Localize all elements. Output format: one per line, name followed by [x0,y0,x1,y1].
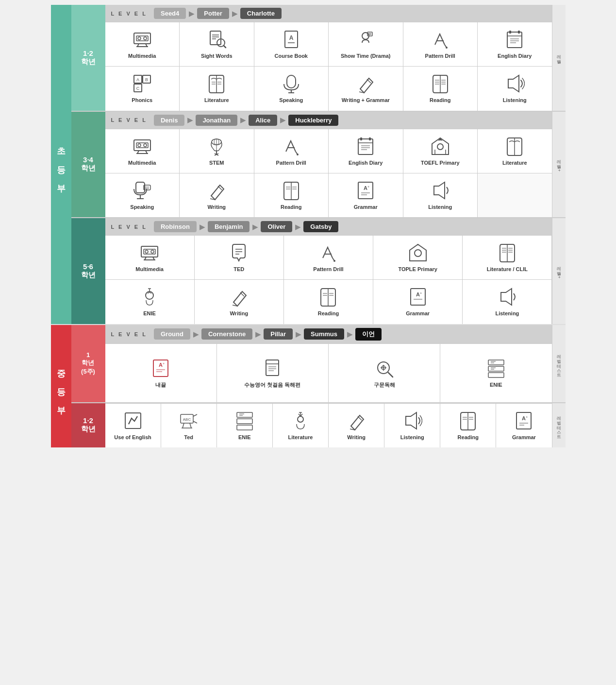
svg-marker-54 [508,75,519,92]
right-label-m1: 레벨테스트 [552,325,566,402]
level-text: L E V E L [111,11,147,17]
svg-text:+: + [420,291,422,295]
stem-cell[interactable]: STEM [180,129,254,173]
writing-34[interactable]: Writing [180,173,254,217]
svg-rect-10 [210,31,221,45]
svg-line-165 [193,421,197,423]
svg-text:A: A [289,34,293,41]
badge-oliver: Oliver [261,221,292,232]
reading-34[interactable]: Reading [254,173,329,217]
right-label-12: 레벨5 [552,5,566,111]
writinggrammar-cell[interactable]: Writing + Grammar [329,67,403,110]
multimedia-34[interactable]: Multimedia [105,129,180,173]
grade-12-row: 1·2학년 L E V E L Seed4 ▶ Potter ▶ Charlot… [71,5,566,112]
svg-point-5 [144,37,147,40]
topleprimary-cell[interactable]: TOPLE Primary [373,236,462,279]
svg-line-15 [224,46,226,48]
svg-text:ABC: ABC [183,417,191,422]
svg-point-117 [333,260,335,262]
listening-cell[interactable]: Listening [478,67,552,110]
naeggeul-cell[interactable]: A + 내끌 [105,344,216,402]
enie-m12[interactable]: ENIE [217,404,272,447]
englishdiary-cell[interactable]: English Diary [478,22,552,66]
listening-m12[interactable]: Listening [384,404,440,447]
grade-34-row: 3·4학년 L E V E L Denis ▶ Jonathan ▶ Alice… [71,112,566,219]
badge-cornerstone: Cornerstone [201,328,252,340]
grammar-56[interactable]: A+ Grammar [373,280,462,324]
elementary-section: 초 등 부 1·2학년 L E V E L Seed4 ▶ Potter ▶ C… [51,5,566,325]
svg-point-174 [298,416,303,422]
patterndrill-34[interactable]: Pattern Drill [254,129,329,173]
grammar-34[interactable]: A + Grammar [329,173,403,217]
reading-cell[interactable]: Reading [403,67,478,110]
ted-cell[interactable]: TED [195,236,283,279]
svg-point-118 [415,250,421,257]
coursebook-cell[interactable]: A Course Book [254,22,329,66]
badge-jonathan: Jonathan [196,115,237,126]
svg-point-104 [151,250,154,253]
writing-m12[interactable]: Writing [329,404,384,447]
badge-denis: Denis [154,115,184,126]
svg-point-73 [297,154,299,155]
toeflprimary-cell[interactable]: TOEFL Primary [403,129,478,173]
listening-56[interactable]: Listening [463,280,551,324]
reading-label: Reading [430,97,450,103]
gumundokhe-cell[interactable]: 구문독해 [329,344,440,402]
literature-cell[interactable]: Literature [180,67,254,110]
svg-rect-28 [507,32,522,48]
svg-point-81 [437,144,443,150]
icons-row-12-1: Multimedia Sight Words [105,22,552,66]
phonics-label: Phonics [132,97,152,103]
svg-rect-144 [266,360,279,376]
sightwords-label: Sight Words [201,52,233,59]
literatureclil-cell[interactable]: Literature / CLIL [463,236,551,279]
svg-rect-76 [358,139,373,154]
patterndrill-56[interactable]: Pattern Drill [284,236,373,279]
reading-56[interactable]: Reading [284,280,373,324]
literature-label: Literature [204,97,229,103]
writing-56[interactable]: Writing [195,280,283,324]
literature-34[interactable]: Literature [478,129,552,173]
badge-summus: Summus [304,328,344,340]
grammar-m12[interactable]: A+ Grammar [496,404,551,447]
badge-ieon: 이언 [355,328,382,341]
useofenglish-cell[interactable]: Use of English [105,404,161,447]
right-label-34: 레벨5+ [552,112,566,218]
ted-m12[interactable]: ABC Ted [161,404,216,447]
literature-m12[interactable]: Literature [273,404,328,447]
multimedia-56[interactable]: Multimedia [105,236,194,279]
svg-marker-101 [434,182,445,199]
svg-text:A: A [364,185,367,191]
sightwords-cell[interactable]: Sight Words [180,22,254,66]
badge-alice: Alice [249,115,277,126]
speaking-label: Speaking [279,97,303,103]
showtime-cell[interactable]: Show Time (Drama) [329,22,403,66]
badge-huckleberry: Huckleberry [288,115,338,126]
listening-34[interactable]: Listening [403,173,478,217]
middle-label: 중 등 부 [51,325,71,447]
svg-line-150 [388,373,393,377]
enie-56[interactable]: ENIE [105,280,194,324]
grade-56-row: 5·6학년 L E V E L Robinson ▶ Benjamin ▶ Ol… [71,218,566,324]
svg-line-164 [193,414,197,416]
multimedia-cell[interactable]: Multimedia [105,22,180,66]
badge-seed4: Seed4 [154,8,186,19]
speaking-cell[interactable]: Speaking [254,67,329,110]
icons-34-1: Multimedia [105,129,552,173]
svg-rect-156 [488,373,504,377]
englishdiary-label: English Diary [498,52,532,59]
middle-section: 중 등 부 1학년(5주) L E V E L Ground ▶ Corners… [51,325,566,447]
englishdiary-34[interactable]: English Diary [329,129,403,173]
phonics-cell[interactable]: A B C Phonics [105,67,180,110]
main-container: 초 등 부 1·2학년 L E V E L Seed4 ▶ Potter ▶ C… [51,5,566,447]
patterndrill-cell[interactable]: Pattern Drill [403,22,478,66]
reading-m12[interactable]: Reading [440,404,496,447]
svg-point-57 [144,144,147,147]
empty-34 [478,173,552,217]
enie-m1[interactable]: ENIE [440,344,551,402]
svg-line-166 [183,423,184,428]
svg-point-4 [138,37,141,40]
speaking-34[interactable]: Speaking [105,173,180,217]
suneung-cell[interactable]: 수능영어 첫걸음 독해편 [217,344,328,402]
svg-line-167 [190,423,191,428]
